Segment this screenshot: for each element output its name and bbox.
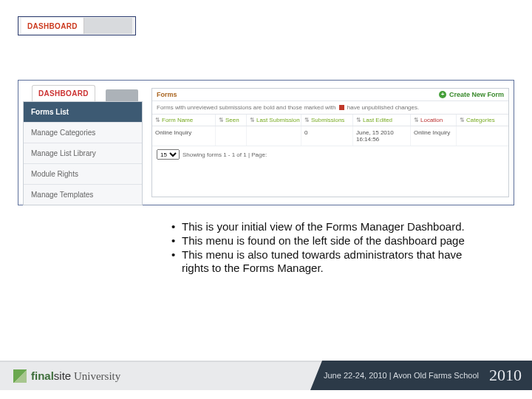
bullet-dot-icon: • — [171, 220, 182, 234]
mini-badge-filler — [84, 18, 132, 34]
forms-region: Forms + Create New Form Forms with unrev… — [151, 88, 509, 197]
footer-left: finalsite University — [0, 361, 322, 390]
brand-university: University — [71, 370, 120, 382]
sidebar-menu: Forms List Manage Categories Manage List… — [23, 101, 143, 205]
sidebar-item-manage-list-library[interactable]: Manage List Library — [24, 143, 142, 163]
plus-circle-icon: + — [439, 91, 446, 98]
slide-footer: finalsite University June 22-24, 2010 | … — [0, 361, 532, 390]
sort-icon: ⇅ — [219, 117, 224, 123]
forms-note: Forms with unreviewed submissions are bo… — [152, 101, 508, 115]
bullet-dot-icon: • — [171, 234, 182, 248]
sidebar-item-manage-categories[interactable]: Manage Categories — [24, 122, 142, 143]
sort-icon: ⇅ — [155, 117, 160, 123]
bullet-text: This menu is found on the left side of t… — [182, 234, 482, 248]
footer-right: June 22-24, 2010 | Avon Old Farms School… — [310, 361, 532, 390]
bullet-text: This is your initial view of the Forms M… — [182, 220, 482, 234]
mini-dashboard-badge: DASHBOARD — [18, 16, 136, 35]
brand-rest: site — [54, 369, 71, 382]
col-last-submission[interactable]: ⇅Last Submission — [250, 117, 298, 123]
sort-icon: ⇅ — [356, 117, 361, 123]
sidebar-item-forms-list[interactable]: Forms List — [24, 102, 142, 122]
footer-brand: finalsite University — [31, 369, 120, 383]
forms-header: Forms + Create New Form — [152, 89, 508, 101]
bullet-text: This menu is also tuned towards administ… — [182, 248, 482, 276]
forms-note-text-a: Forms with unreviewed submissions are bo… — [157, 104, 335, 111]
dashboard-tab[interactable]: DASHBOARD — [32, 85, 95, 101]
inactive-tab-placeholder — [106, 89, 138, 101]
create-new-form-label: Create New Form — [449, 91, 504, 98]
sort-icon: ⇅ — [414, 117, 419, 123]
forms-column-headers: ⇅Form Name ⇅Seen ⇅Last Submission ⇅Submi… — [152, 115, 508, 126]
cell-last-submission — [247, 126, 301, 146]
col-last-edited[interactable]: ⇅Last Edited — [356, 117, 407, 123]
cell-last-edited: June, 15 2010 16:14:56 — [353, 126, 411, 146]
cell-form-name: Online Inquiry — [152, 126, 216, 146]
col-categories[interactable]: ⇅Categories — [460, 117, 505, 123]
cell-categories — [457, 126, 508, 146]
pager-text: Showing forms 1 - 1 of 1 | Page: — [183, 151, 267, 158]
footer-year: 2010 — [489, 366, 522, 385]
dashboard-panel: DASHBOARD Forms List Manage Categories M… — [18, 80, 514, 205]
mini-dashboard-tab: DASHBOARD — [21, 18, 84, 34]
sort-icon: ⇅ — [250, 117, 255, 123]
cell-location: Online Inquiry — [411, 126, 457, 146]
finalsite-logo-icon — [13, 369, 27, 383]
sort-icon: ⇅ — [460, 117, 465, 123]
col-form-name[interactable]: ⇅Form Name — [155, 117, 212, 123]
sort-icon: ⇅ — [304, 117, 310, 123]
forms-title: Forms — [157, 91, 177, 98]
brand-bold: final — [31, 369, 54, 382]
cell-submissions: 0 — [301, 126, 353, 146]
cell-seen — [216, 126, 247, 146]
forms-note-text-b: have unpublished changes. — [347, 104, 419, 111]
per-page-select[interactable]: 15 — [157, 149, 180, 160]
create-new-form-link[interactable]: + Create New Form — [439, 91, 504, 98]
col-seen[interactable]: ⇅Seen — [219, 117, 243, 123]
sidebar-item-manage-templates[interactable]: Manage Templates — [24, 184, 142, 205]
col-submissions[interactable]: ⇅Submissions — [304, 117, 349, 123]
footer-dates: June 22-24, 2010 | Avon Old Farms School — [324, 371, 479, 380]
bullet-dot-icon: • — [171, 248, 182, 276]
table-row[interactable]: Online Inquiry 0 June, 15 2010 16:14:56 … — [152, 126, 508, 146]
panel-tabstrip: DASHBOARD — [32, 85, 138, 101]
forms-pager: 15 Showing forms 1 - 1 of 1 | Page: — [152, 146, 508, 163]
unpublished-marker-icon — [339, 105, 344, 110]
sidebar-item-module-rights[interactable]: Module Rights — [24, 163, 142, 184]
col-location[interactable]: ⇅Location — [414, 117, 453, 123]
slide-bullets: •This is your initial view of the Forms … — [171, 220, 482, 276]
